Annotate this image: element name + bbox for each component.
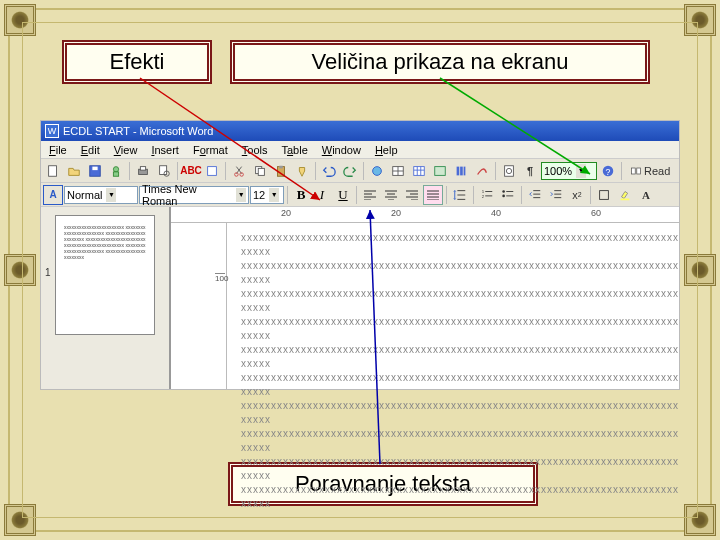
font-value: Times New Roman <box>142 183 232 207</box>
separator <box>287 186 288 204</box>
numbering-button[interactable]: 12 <box>477 185 497 205</box>
menu-bar: File Edit View Insert Format Tools Table… <box>41 141 679 159</box>
chevron-down-icon: ▼ <box>236 188 246 202</box>
menu-insert[interactable]: Insert <box>145 143 185 157</box>
vertical-ruler[interactable]: 100 <box>213 223 227 389</box>
align-right-button[interactable] <box>402 185 422 205</box>
doc-line: xxxxxxxxxxxxxxxxxxxxxxxxxxxxxxxxxxxxxxxx… <box>241 455 679 483</box>
font-size-combo[interactable]: 12▼ <box>250 186 284 204</box>
menu-tools[interactable]: Tools <box>236 143 274 157</box>
print-button[interactable] <box>133 161 153 181</box>
svg-text:?: ? <box>606 166 611 176</box>
insert-hyperlink-button[interactable] <box>367 161 387 181</box>
font-color-button[interactable]: A <box>636 185 656 205</box>
separator <box>495 162 496 180</box>
zoom-combo[interactable]: 100%▼ <box>541 162 597 180</box>
tables-borders-button[interactable] <box>388 161 408 181</box>
svg-rect-0 <box>49 165 57 176</box>
print-preview-button[interactable] <box>154 161 174 181</box>
document-text[interactable]: xxxxxxxxxxxxxxxxxxxxxxxxxxxxxxxxxxxxxxxx… <box>241 231 679 511</box>
new-doc-button[interactable] <box>43 161 63 181</box>
menu-edit[interactable]: Edit <box>75 143 106 157</box>
font-combo[interactable]: Times New Roman▼ <box>139 186 249 204</box>
show-hide-button[interactable]: ¶ <box>520 161 540 181</box>
chevron-down-icon: ▼ <box>269 188 279 202</box>
ruler-tick: 20 <box>391 208 401 218</box>
menu-view[interactable]: View <box>108 143 144 157</box>
bullets-button[interactable] <box>498 185 518 205</box>
styles-pane-button[interactable]: A <box>43 185 63 205</box>
separator <box>590 186 591 204</box>
format-painter-button[interactable] <box>292 161 312 181</box>
chevron-down-icon: ▼ <box>576 164 586 178</box>
align-left-button[interactable] <box>360 185 380 205</box>
svg-point-3 <box>113 166 118 171</box>
drawing-button[interactable] <box>472 161 492 181</box>
spellcheck-button[interactable]: ABC <box>181 161 201 181</box>
thumbnail-pane[interactable]: 1 xxxxxxxxxxxxxxxxxxxxxxxx xxxxxxxxxxxxx… <box>41 207 171 389</box>
menu-help[interactable]: Help <box>369 143 404 157</box>
undo-button[interactable] <box>319 161 339 181</box>
doc-map-button[interactable] <box>499 161 519 181</box>
doc-line: xxxxxxxxxxxxxxxxxxxxxxxxxxxxxxxxxxxxxxxx… <box>241 427 679 455</box>
editor-pane[interactable]: 20 20 40 60 100 xxxxxxxxxxxxxxxxxxxxxxxx… <box>171 207 679 389</box>
insert-table-button[interactable] <box>409 161 429 181</box>
open-button[interactable] <box>64 161 84 181</box>
line-spacing-button[interactable] <box>450 185 470 205</box>
align-justify-button[interactable] <box>423 185 443 205</box>
increase-indent-button[interactable] <box>546 185 566 205</box>
decrease-indent-button[interactable] <box>525 185 545 205</box>
svg-rect-33 <box>637 168 641 174</box>
italic-button[interactable]: I <box>312 185 332 205</box>
doc-line: xxxxxxxxxxxxxxxxxxxxxxxxxxxxxxxxxxxxxxxx… <box>241 231 679 259</box>
separator <box>621 162 622 180</box>
doc-line: xxxxxxxxxxxxxxxxxxxxxxxxxxxxxxxxxxxxxxxx… <box>241 483 679 511</box>
read-button[interactable]: Read <box>625 161 675 181</box>
save-button[interactable] <box>85 161 105 181</box>
borders-button[interactable] <box>594 185 614 205</box>
ruler-tick: 20 <box>281 208 291 218</box>
permission-button[interactable] <box>106 161 126 181</box>
formatting-toolbar: A Normal▼ Times New Roman▼ 12▼ B I U 12 … <box>41 183 679 207</box>
word-app-icon: W <box>45 124 59 138</box>
help-button[interactable]: ? <box>598 161 618 181</box>
bold-button[interactable]: B <box>291 185 311 205</box>
menu-file[interactable]: File <box>43 143 73 157</box>
menu-format[interactable]: Format <box>187 143 234 157</box>
ruler-tick: 60 <box>591 208 601 218</box>
svg-rect-13 <box>258 168 264 175</box>
word-window: W ECDL START - Microsoft Word File Edit … <box>40 120 680 390</box>
paste-button[interactable] <box>271 161 291 181</box>
superscript-button[interactable]: x2 <box>567 185 587 205</box>
separator <box>473 186 474 204</box>
svg-rect-15 <box>279 165 283 168</box>
callout-effects: Efekti <box>62 40 212 84</box>
svg-rect-26 <box>460 166 463 175</box>
align-center-button[interactable] <box>381 185 401 205</box>
highlight-button[interactable] <box>615 185 635 205</box>
svg-rect-20 <box>414 166 425 175</box>
research-button[interactable] <box>202 161 222 181</box>
insert-worksheet-button[interactable] <box>430 161 450 181</box>
separator <box>225 162 226 180</box>
thumbnail-page[interactable]: xxxxxxxxxxxxxxxxxxxxxxxx xxxxxxxxxxxxxxx… <box>55 215 155 335</box>
window-title: ECDL START - Microsoft Word <box>63 125 213 137</box>
separator <box>177 162 178 180</box>
callout-zoom: Veličina prikaza na ekranu <box>230 40 650 84</box>
underline-button[interactable]: U <box>333 185 353 205</box>
columns-button[interactable] <box>451 161 471 181</box>
svg-rect-6 <box>140 166 145 170</box>
svg-point-59 <box>502 194 505 197</box>
copy-button[interactable] <box>250 161 270 181</box>
menu-table[interactable]: Table <box>275 143 313 157</box>
standard-toolbar: ABC ¶ 100%▼ ? Read <box>41 159 679 183</box>
style-combo[interactable]: Normal▼ <box>64 186 138 204</box>
redo-button[interactable] <box>340 161 360 181</box>
cut-button[interactable] <box>229 161 249 181</box>
thumbnail-number: 1 <box>45 267 51 278</box>
separator <box>315 162 316 180</box>
menu-window[interactable]: Window <box>316 143 367 157</box>
svg-text:2: 2 <box>482 193 485 198</box>
horizontal-ruler[interactable]: 20 20 40 60 <box>171 207 679 223</box>
separator <box>521 186 522 204</box>
